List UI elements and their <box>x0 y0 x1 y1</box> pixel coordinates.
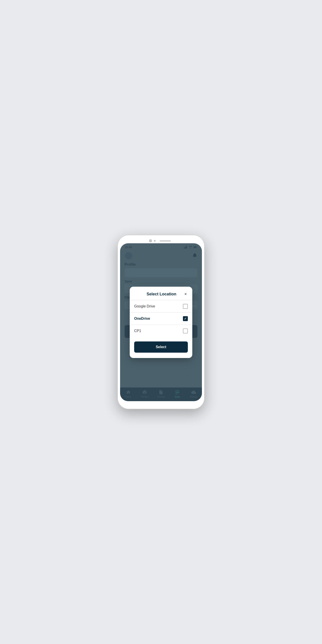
modal-overlay[interactable]: Select Location × Google Drive OneDrive <box>120 243 202 401</box>
option-onedrive[interactable]: OneDrive <box>130 312 192 325</box>
modal-close-button[interactable]: × <box>182 291 189 298</box>
phone-speaker <box>160 240 171 242</box>
checkbox-cp1[interactable] <box>183 328 188 334</box>
option-cp1-label: CP1 <box>134 329 141 333</box>
option-cp1[interactable]: CP1 <box>130 325 192 337</box>
phone-notch <box>120 238 202 243</box>
option-onedrive-label: OneDrive <box>134 317 150 321</box>
option-google-drive[interactable]: Google Drive <box>130 300 192 312</box>
modal-title: Select Location <box>140 292 182 296</box>
modal-footer: Select <box>130 337 192 358</box>
select-location-modal: Select Location × Google Drive OneDrive <box>130 287 192 358</box>
checkbox-google-drive[interactable] <box>183 304 188 309</box>
camera-dot <box>149 239 152 242</box>
sensor-dot <box>154 240 156 242</box>
option-google-drive-label: Google Drive <box>134 304 155 308</box>
phone-screen: 10:00 <box>120 243 202 401</box>
checkbox-onedrive[interactable] <box>183 316 188 321</box>
modal-select-button[interactable]: Select <box>134 342 188 353</box>
phone-device: 10:00 <box>118 235 204 409</box>
modal-header: Select Location × <box>130 287 192 300</box>
